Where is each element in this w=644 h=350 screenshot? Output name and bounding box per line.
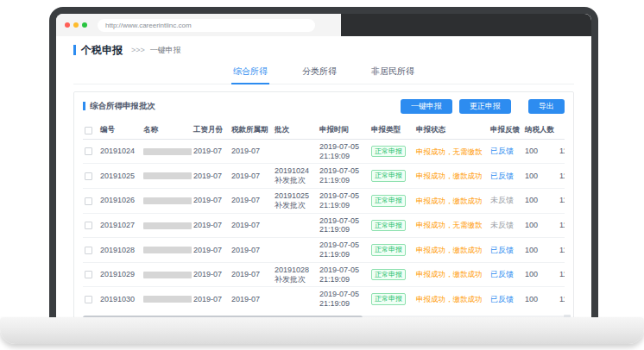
table-row[interactable]: 20191027 2019-07 2019-07 2019-07-05 21:1… xyxy=(83,213,565,238)
cell-name xyxy=(142,188,192,213)
cell-salary-month: 2019-07 xyxy=(192,164,230,189)
panel-title: 综合所得申报批次 xyxy=(90,101,155,112)
cell-select xyxy=(83,164,98,189)
batch-table: 编号名称工资月份税款所属期批次申报时间申报类型申报状态申报反馈纳税人数 2019… xyxy=(83,122,565,311)
laptop-base xyxy=(0,317,644,344)
cell-feedback[interactable]: 已反馈 xyxy=(489,262,523,287)
declare-type-badge: 正常申报 xyxy=(371,195,406,207)
tab-comprehensive-income[interactable]: 综合所得 xyxy=(231,62,269,84)
cell-feedback[interactable]: 已反馈 xyxy=(489,164,523,189)
row-checkbox[interactable] xyxy=(85,197,92,205)
cell-feedback[interactable]: 已反馈 xyxy=(489,238,523,263)
row-checkbox[interactable] xyxy=(85,222,92,229)
desktop-background: http://www.careerintlinc.com 个税申报 >>> 一键… xyxy=(0,0,644,350)
column-header-6: 申报类型 xyxy=(369,122,414,140)
declare-type-badge: 正常申报 xyxy=(371,146,406,158)
cell-select xyxy=(83,213,98,238)
cell-select xyxy=(83,262,98,287)
row-checkbox[interactable] xyxy=(85,247,92,254)
panel-accent-bar xyxy=(83,102,85,110)
cell-tax-period: 2019-07 xyxy=(230,139,273,164)
declare-type-badge: 正常申报 xyxy=(371,220,406,232)
cell-name xyxy=(142,139,192,164)
cell-declare-type: 正常申报 xyxy=(369,164,414,189)
cell-batch: 20191028 补发批次 xyxy=(273,262,318,287)
cell-id: 20191025 xyxy=(98,164,142,189)
window-close-button[interactable] xyxy=(65,22,70,28)
cell-taxpayer-count: 100 xyxy=(523,188,558,213)
cell-declare-time: 2019-07-05 21:19:09 xyxy=(318,164,369,189)
name-placeholder xyxy=(143,222,192,229)
cell-tax-period: 2019-07 xyxy=(230,238,273,263)
cell-batch xyxy=(273,287,318,311)
row-checkbox[interactable] xyxy=(85,172,92,180)
cell-batch xyxy=(273,139,318,164)
cell-salary-month: 2019-07 xyxy=(192,238,230,263)
name-placeholder xyxy=(143,272,192,278)
cell-name xyxy=(142,287,192,311)
declare-type-badge: 正常申报 xyxy=(371,293,406,305)
select-all-checkbox[interactable] xyxy=(85,127,92,134)
cell-salary-month: 2019-07 xyxy=(192,287,230,311)
cell-batch: 20191024 补发批次 xyxy=(273,164,318,189)
cell-name xyxy=(142,164,192,189)
cell-declare-time: 2019-07-05 21:19:09 xyxy=(318,213,369,238)
column-header-3: 税款所属期 xyxy=(230,122,273,140)
cell-tax-period: 2019-07 xyxy=(230,213,273,238)
cell-tax-period: 2019-07 xyxy=(230,164,273,189)
cell-feedback[interactable]: 已反馈 xyxy=(489,139,523,164)
title-accent-bar xyxy=(73,45,76,55)
page-content: 个税申报 >>> 一键申报 综合所得分类所得非居民所得 综合所得申报批次 一键申… xyxy=(56,36,591,319)
cell-taxpayer-count: 100 xyxy=(523,213,558,238)
window-zoom-button[interactable] xyxy=(82,22,87,28)
cell-feedback[interactable]: 已反馈 xyxy=(489,287,523,311)
cell-declare-type: 正常申报 xyxy=(369,188,414,213)
breadcrumb: 一键申报 xyxy=(150,45,181,56)
cell-declare-type: 正常申报 xyxy=(369,139,414,164)
row-checkbox[interactable] xyxy=(85,296,92,303)
cell-taxpayer-count: 100 xyxy=(523,238,558,263)
tab-nonresident-income[interactable]: 非居民所得 xyxy=(369,62,416,84)
tab-classified-income[interactable]: 分类所得 xyxy=(300,62,338,84)
cell-feedback[interactable]: 未反馈 xyxy=(489,213,523,238)
cell-declare-type: 正常申报 xyxy=(369,262,414,287)
table-row[interactable]: 20191024 2019-07 2019-07 2019-07-05 21:1… xyxy=(83,139,565,164)
cell-feedback[interactable]: 未反馈 xyxy=(489,188,523,213)
cell-extra: 11 xyxy=(558,188,565,213)
table-row[interactable]: 20191029 2019-07 2019-07 20191028 补发批次 2… xyxy=(83,262,565,287)
panel-header: 综合所得申报批次 一键申报更正申报导出 xyxy=(83,99,565,114)
table-row[interactable]: 20191028 2019-07 2019-07 2019-07-05 21:1… xyxy=(83,238,565,263)
cell-batch xyxy=(273,213,318,238)
tab-bar: 综合所得分类所得非居民所得 xyxy=(73,62,574,84)
one-click-declare-button[interactable]: 一键申报 xyxy=(401,99,452,114)
table-row[interactable]: 20191025 2019-07 2019-07 20191024 补发批次 2… xyxy=(83,164,565,189)
laptop-frame: http://www.careerintlinc.com 个税申报 >>> 一键… xyxy=(49,7,598,319)
cell-extra: 11 xyxy=(558,139,565,164)
export-button[interactable]: 导出 xyxy=(528,99,565,114)
cell-extra: 11 xyxy=(558,164,565,189)
amend-declare-button[interactable]: 更正申报 xyxy=(459,99,511,114)
page-title: 个税申报 xyxy=(81,43,123,58)
table-row[interactable]: 20191026 2019-07 2019-07 20191025 补发批次 2… xyxy=(83,188,565,213)
cell-tax-period: 2019-07 xyxy=(230,262,273,287)
cell-declare-status: 申报成功，无需缴款 xyxy=(414,139,489,164)
row-checkbox[interactable] xyxy=(85,271,92,278)
column-header-5: 申报时间 xyxy=(318,122,369,140)
breadcrumb-separator: >>> xyxy=(131,46,145,54)
column-header-9: 纳税人数 xyxy=(523,122,558,140)
column-header-0: 编号 xyxy=(98,122,142,140)
cell-batch xyxy=(273,238,318,263)
cell-tax-period: 2019-07 xyxy=(230,188,273,213)
cell-declare-status: 申报成功，缴款成功 xyxy=(414,188,489,213)
cell-extra: 11 xyxy=(558,287,565,311)
url-bar[interactable]: http://www.careerintlinc.com xyxy=(98,19,315,32)
screen: http://www.careerintlinc.com 个税申报 >>> 一键… xyxy=(56,14,591,319)
cell-declare-type: 正常申报 xyxy=(369,213,414,238)
select-all-header xyxy=(83,122,98,140)
cell-declare-time: 2019-07-05 21:19:09 xyxy=(318,238,369,263)
window-minimize-button[interactable] xyxy=(73,22,79,28)
table-row[interactable]: 20191030 2019-07 2019-07 2019-07-05 21:1… xyxy=(83,287,565,311)
table-header-row: 编号名称工资月份税款所属期批次申报时间申报类型申报状态申报反馈纳税人数 xyxy=(83,122,565,140)
row-checkbox[interactable] xyxy=(85,147,92,155)
cell-batch: 20191025 补发批次 xyxy=(273,188,318,213)
